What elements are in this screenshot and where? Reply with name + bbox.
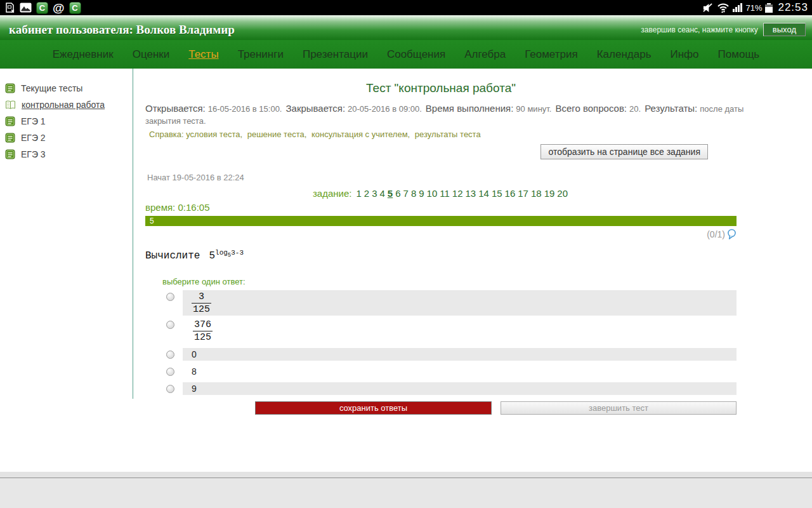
help-links-line: Справка: условия теста, решение теста, к… — [149, 130, 761, 139]
task-number-14[interactable]: 14 — [478, 188, 489, 199]
clock: 22:53 — [778, 1, 808, 14]
task-number-15[interactable]: 15 — [492, 188, 502, 199]
main-navigation: Ежедневник Оценки Тесты Тренинги Презент… — [0, 40, 812, 69]
open-book-icon — [5, 100, 16, 110]
answer-option[interactable]: 376 125 — [183, 318, 737, 344]
page-title: кабинет пользователя: Волков Владимир — [9, 23, 235, 37]
wifi-icon — [717, 3, 730, 13]
fraction-numerator: 3 — [196, 291, 207, 303]
sidebar-item-kontrolnaya-rabota[interactable]: контрольная работа — [0, 97, 133, 113]
nav-item-kalendar[interactable]: Календарь — [597, 48, 652, 61]
info-value: 20. — [629, 104, 641, 114]
sidebar-item-label: Текущие тесты — [21, 83, 82, 93]
task-number-13[interactable]: 13 — [466, 188, 476, 199]
help-link-solution[interactable]: решение теста, — [247, 130, 307, 139]
nav-item-geometriya[interactable]: Геометрия — [525, 48, 578, 61]
answer-row: 9 — [145, 382, 737, 395]
book-icon — [5, 116, 15, 126]
task-number-5-current[interactable]: 5 — [388, 188, 393, 199]
sidebar-item-ege-2[interactable]: ЕГЭ 2 — [0, 130, 133, 146]
task-number-9[interactable]: 9 — [419, 188, 424, 199]
tests-sidebar: Текущие тесты контрольная работа — [0, 69, 133, 399]
answer-row: 8 — [145, 365, 737, 378]
task-number-6[interactable]: 6 — [395, 188, 400, 199]
task-number-4[interactable]: 4 — [380, 188, 385, 199]
sidebar-item-label: ЕГЭ 2 — [21, 133, 46, 143]
answer-row: 3 125 — [145, 290, 737, 316]
nav-item-soobshcheniya[interactable]: Сообщения — [387, 48, 445, 61]
task-number-8[interactable]: 8 — [411, 188, 416, 199]
task-number-20[interactable]: 20 — [557, 188, 568, 199]
task-number-10[interactable]: 10 — [427, 188, 438, 199]
choose-one-label: выберите один ответ: — [162, 277, 761, 286]
nav-item-ocenki[interactable]: Оценки — [133, 48, 170, 61]
test-info-line: Открывается:16-05-2016 в 15:00.Закрывает… — [145, 103, 761, 127]
info-label: Время выполнения: — [426, 103, 514, 114]
battery-percent: 71% — [745, 3, 762, 13]
test-started-timestamp: Начат 19-05-2016 в 22:24 — [147, 173, 761, 182]
help-link-conditions[interactable]: условия теста, — [186, 130, 242, 139]
sidebar-item-label: ЕГЭ 3 — [21, 149, 46, 159]
answer-option[interactable]: 8 — [183, 365, 737, 378]
radio-button[interactable] — [166, 293, 174, 301]
book-icon — [5, 149, 15, 159]
mute-icon — [702, 3, 714, 13]
sidebar-item-label: ЕГЭ 1 — [21, 116, 46, 126]
footer-gap — [0, 472, 812, 478]
info-value: 90 минут. — [516, 104, 551, 114]
nav-item-testy[interactable]: Тесты — [188, 48, 218, 61]
task-number-3[interactable]: 3 — [372, 188, 377, 199]
radio-button[interactable] — [166, 368, 174, 376]
info-label: Результаты: — [645, 103, 697, 114]
answer-row: 376 125 — [145, 318, 737, 344]
radio-button[interactable] — [166, 351, 174, 359]
task-number-19[interactable]: 19 — [544, 188, 555, 199]
task-number-list: задание:1234567891011121314151617181920 — [145, 188, 737, 199]
app-c-icon: C — [69, 2, 81, 14]
nav-item-algebra[interactable]: Алгебра — [464, 48, 506, 61]
task-number-2[interactable]: 2 — [364, 188, 369, 199]
answer-option[interactable]: 0 — [183, 348, 737, 361]
finish-test-button[interactable]: завершить тест — [501, 401, 737, 415]
timer-value: 0:16:05 — [178, 202, 209, 213]
fraction-denominator: 125 — [192, 303, 211, 315]
radio-button[interactable] — [166, 321, 174, 329]
sidebar-item-label: контрольная работа — [22, 100, 105, 110]
answer-option[interactable]: 9 — [183, 382, 737, 395]
task-number-18[interactable]: 18 — [531, 188, 542, 199]
help-label: Справка: — [149, 130, 184, 139]
nav-item-info[interactable]: Инфо — [671, 48, 699, 61]
task-number-17[interactable]: 17 — [518, 188, 528, 199]
nav-item-prezentacii[interactable]: Презентации — [303, 48, 368, 61]
info-label: Открывается: — [145, 103, 206, 114]
task-number-7[interactable]: 7 — [403, 188, 409, 199]
task-number-11[interactable]: 11 — [440, 188, 450, 199]
sidebar-item-current-tests[interactable]: Текущие тесты — [0, 80, 133, 97]
info-value: 16-05-2016 в 15:00. — [208, 104, 282, 114]
radio-button[interactable] — [166, 385, 174, 393]
nav-item-treningi[interactable]: Тренинги — [238, 48, 284, 61]
sidebar-item-ege-3[interactable]: ЕГЭ 3 — [0, 146, 133, 163]
nav-item-ezhednevnik[interactable]: Ежедневник — [53, 48, 114, 61]
show-all-tasks-button[interactable]: отобразить на странице все задания — [540, 144, 708, 159]
user-cabinet-header: кабинет пользователя: Волков Владимир за… — [0, 15, 812, 40]
help-link-results[interactable]: результаты теста — [415, 130, 481, 139]
sidebar-item-ege-1[interactable]: ЕГЭ 1 — [0, 113, 133, 130]
timer-label: время: — [145, 202, 175, 213]
info-label: Закрывается: — [285, 103, 345, 114]
nav-item-pomoshch[interactable]: Помощь — [718, 48, 760, 61]
comment-balloon-icon[interactable] — [727, 229, 737, 240]
question-progress-bar: 5 — [145, 216, 737, 226]
system-status-icons: 71% 22:53 — [702, 1, 808, 14]
help-link-consultation[interactable]: консультация с учителем, — [311, 130, 410, 139]
task-number-1[interactable]: 1 — [356, 188, 361, 199]
question-prefix: Вычислите — [145, 250, 200, 262]
info-label: Всего вопросов: — [555, 103, 627, 114]
answer-option[interactable]: 3 125 — [183, 290, 737, 316]
logout-button[interactable]: выход — [763, 23, 806, 36]
task-number-12[interactable]: 12 — [452, 188, 463, 199]
save-answers-button[interactable]: сохранить ответы — [255, 401, 492, 415]
answer-row: 0 — [145, 348, 737, 361]
task-number-16[interactable]: 16 — [505, 188, 516, 199]
app-c-icon: C — [36, 2, 48, 14]
